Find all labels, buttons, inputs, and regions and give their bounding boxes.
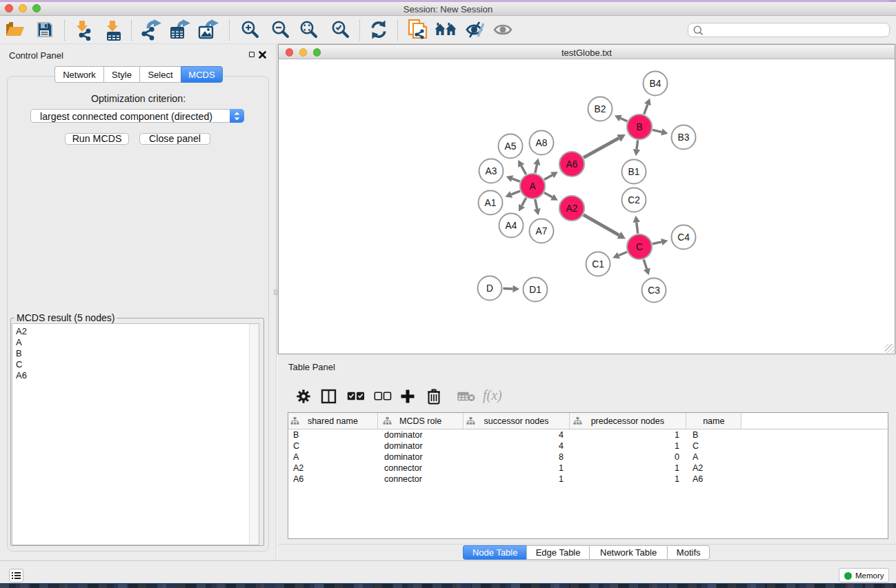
svg-text:C4: C4 bbox=[677, 232, 690, 243]
svg-text:B: B bbox=[636, 122, 642, 132]
svg-text:D: D bbox=[486, 283, 493, 294]
svg-text:A3: A3 bbox=[486, 166, 497, 176]
svg-text:C3: C3 bbox=[648, 285, 660, 296]
svg-text:C2: C2 bbox=[628, 195, 640, 205]
svg-text:A7: A7 bbox=[536, 226, 548, 236]
svg-text:A6: A6 bbox=[566, 159, 578, 170]
svg-text:B1: B1 bbox=[628, 167, 640, 177]
svg-text:A: A bbox=[529, 181, 536, 192]
svg-text:A1: A1 bbox=[485, 198, 497, 208]
svg-text:A8: A8 bbox=[536, 138, 548, 148]
svg-text:B3: B3 bbox=[678, 132, 690, 143]
svg-text:C1: C1 bbox=[592, 259, 604, 270]
svg-text:A4: A4 bbox=[506, 221, 517, 231]
svg-text:B2: B2 bbox=[595, 104, 606, 114]
svg-text:B4: B4 bbox=[650, 79, 661, 89]
svg-text:A2: A2 bbox=[566, 203, 578, 214]
svg-text:C: C bbox=[636, 242, 643, 252]
svg-text:D1: D1 bbox=[529, 285, 541, 295]
svg-text:A5: A5 bbox=[505, 141, 517, 152]
